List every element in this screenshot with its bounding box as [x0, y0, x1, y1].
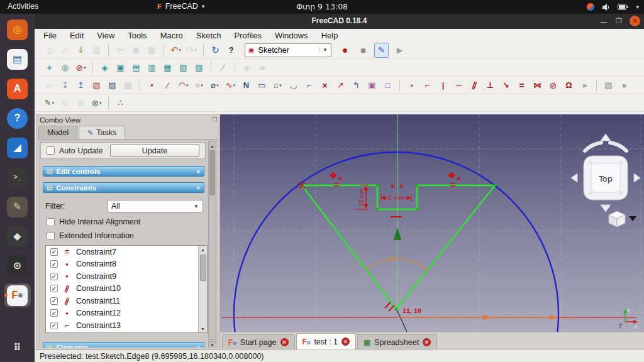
scroll-up-icon[interactable]: ▲ — [199, 246, 207, 253]
menu-sketch[interactable]: Sketch — [196, 31, 221, 40]
constraint-checkbox[interactable] — [50, 322, 58, 329]
constraint-checkbox[interactable] — [50, 297, 58, 305]
axonometric-view-button[interactable]: ◈ — [97, 60, 112, 75]
constraint-row[interactable]: ●Constraint8 — [46, 258, 207, 271]
macro-stop-button[interactable]: ■ — [356, 43, 370, 58]
rear-view-button[interactable]: ▦ — [160, 60, 175, 75]
save-document-button[interactable]: ⇓ — [74, 43, 88, 58]
close-button[interactable]: ✕ — [630, 16, 640, 26]
chevron-down-icon[interactable]: ▾ — [636, 4, 639, 10]
carbon-copy-button[interactable]: ▣ — [365, 78, 379, 93]
section-constraints[interactable]: ▤ Constraints « — [43, 182, 204, 193]
title-bar[interactable]: FreeCAD 0.18.4 — ❐ ✕ — [35, 14, 644, 29]
document-tab-spreadsheet[interactable]: ▦Spreadsheet✕ — [357, 334, 437, 349]
create-rectangle-button[interactable]: ▭ — [255, 78, 269, 93]
measure-distance-button[interactable]: ∕ — [216, 60, 230, 75]
zoom-selection-button[interactable]: ◎ — [58, 60, 72, 75]
undo-button[interactable]: ↶▾ — [169, 43, 183, 58]
merge-sketches-button[interactable]: ↥ — [74, 78, 88, 93]
constraint-row[interactable]: ●Constraint9 — [46, 270, 207, 283]
dock-rhythmbox[interactable]: ◎ — [4, 18, 31, 41]
constrain-equal-button[interactable]: = — [514, 78, 529, 93]
toolbar-overflow-button-2[interactable]: » — [617, 78, 631, 93]
constraint-row[interactable]: ⌐Constraint13 — [46, 319, 207, 332]
constraint-checkbox[interactable] — [50, 309, 58, 317]
filter-dropdown[interactable]: All ▼ — [107, 200, 203, 212]
constraint-checkbox[interactable] — [50, 285, 58, 292]
right-view-button[interactable]: ▥ — [145, 60, 159, 75]
create-arc-button[interactable]: ◠▾ — [176, 78, 191, 93]
nav-mini-cube-icon[interactable] — [609, 211, 625, 227]
constraint-row[interactable]: ∥Constraint11 — [46, 295, 207, 307]
constraint-row[interactable]: ∥Constraint10 — [46, 283, 207, 295]
section-elements[interactable]: ▤ Elements « — [43, 342, 204, 348]
create-circle-button[interactable]: ○▾ — [192, 78, 206, 93]
constrain-perpendicular-button[interactable]: ⊥ — [483, 78, 497, 93]
scrollbar-thumb[interactable] — [209, 150, 215, 195]
constrain-point-on-object-button[interactable]: ⌐ — [420, 78, 435, 93]
dock-terminal[interactable]: >_ — [4, 165, 31, 189]
dock-freecad[interactable]: F⊛ — [4, 283, 31, 307]
section-edit-controls[interactable]: ▤ Edit controls « — [43, 166, 204, 177]
constrain-symmetric-button[interactable]: ⋈ — [530, 78, 545, 93]
battery-icon[interactable] — [618, 4, 628, 10]
create-fillet-button[interactable]: ⌐ — [302, 78, 316, 93]
menu-view[interactable]: View — [97, 31, 114, 40]
minimize-button[interactable]: — — [599, 18, 608, 25]
dock-ubuntu-software[interactable]: A — [4, 77, 31, 101]
constrain-lock-button[interactable]: Ω — [562, 78, 576, 93]
constraint-row[interactable]: =Constraint7 — [46, 246, 207, 258]
auto-update-checkbox[interactable] — [47, 146, 55, 155]
activities-button[interactable]: Activities — [8, 2, 38, 11]
hide-internal-alignment-checkbox[interactable] — [47, 218, 55, 226]
bspline-degree-button[interactable]: ∴ — [113, 96, 128, 111]
tab-close-button[interactable]: ✕ — [423, 338, 431, 346]
scroll-up-icon[interactable]: ▲ — [209, 142, 216, 150]
extended-information-checkbox[interactable] — [47, 232, 55, 240]
menu-edit[interactable]: Edit — [70, 31, 84, 40]
dock-magnifier[interactable]: ⊙ — [4, 254, 31, 278]
toggle-grid-button[interactable]: ✎▾ — [42, 96, 57, 111]
volume-icon[interactable] — [602, 3, 610, 11]
app-menu-button[interactable]: F FreeCAD ▾ — [157, 2, 204, 11]
top-view-button[interactable]: ▤ — [129, 60, 143, 75]
collapse-icon[interactable]: « — [195, 185, 203, 189]
constraint-checkbox[interactable] — [50, 248, 58, 256]
scroll-down-icon[interactable]: ▼ — [208, 341, 216, 348]
document-tab-start-page[interactable]: FoStart page✕ — [222, 334, 295, 349]
create-slot-button[interactable]: ◡ — [286, 78, 301, 93]
constraint-checkbox[interactable] — [50, 273, 58, 280]
menu-help[interactable]: Help — [321, 31, 338, 40]
extend-edge-button[interactable]: ↗ — [333, 78, 348, 93]
front-view-button[interactable]: ▣ — [113, 60, 128, 75]
toggle-construction-button[interactable]: □ — [380, 78, 395, 93]
document-tab-test-1[interactable]: Fotest : 1✕ — [296, 333, 356, 349]
tasks-scrollbar[interactable]: ▲ — [208, 141, 216, 340]
create-point-button[interactable]: ● — [145, 78, 159, 93]
dock-vscode[interactable]: ◢ — [4, 136, 31, 160]
constrain-tangent-button[interactable]: ↘ — [499, 78, 513, 93]
menu-file[interactable]: File — [43, 31, 57, 40]
sketch-on-face-button[interactable]: ▧ — [89, 78, 104, 93]
float-panel-icon[interactable]: ❐ — [212, 116, 217, 123]
fit-all-button[interactable]: ⌖ — [42, 60, 57, 75]
menu-windows[interactable]: Windows — [275, 31, 308, 40]
menu-profiles[interactable]: Profiles — [235, 31, 262, 40]
clone-button[interactable]: ▧ — [601, 78, 616, 93]
refresh-button[interactable]: ↻ — [208, 43, 223, 58]
maximize-button[interactable]: ❐ — [614, 17, 623, 25]
constrain-parallel-button[interactable]: ∥ — [467, 78, 482, 93]
constrain-horizontal-button[interactable]: ─ — [452, 78, 466, 93]
dock-gimp[interactable]: ✎ — [4, 195, 31, 219]
create-polygon-button[interactable]: ⌂▾ — [270, 78, 285, 93]
collapse-icon[interactable]: « — [195, 345, 203, 348]
constrain-coincident-button[interactable]: ● — [404, 78, 419, 93]
workbench-selector[interactable]: ◉ Sketcher ▼ — [245, 43, 331, 57]
notification-icon[interactable] — [587, 3, 594, 11]
trim-edge-button[interactable]: × — [318, 78, 332, 93]
tab-close-button[interactable]: ✕ — [280, 338, 289, 346]
macro-execute-button[interactable]: ▶ — [392, 43, 407, 58]
draw-style-button[interactable]: ⊘▾ — [74, 60, 88, 75]
create-bspline-button[interactable]: ∿▾ — [223, 78, 238, 93]
create-polyline-button[interactable]: N — [239, 78, 253, 93]
